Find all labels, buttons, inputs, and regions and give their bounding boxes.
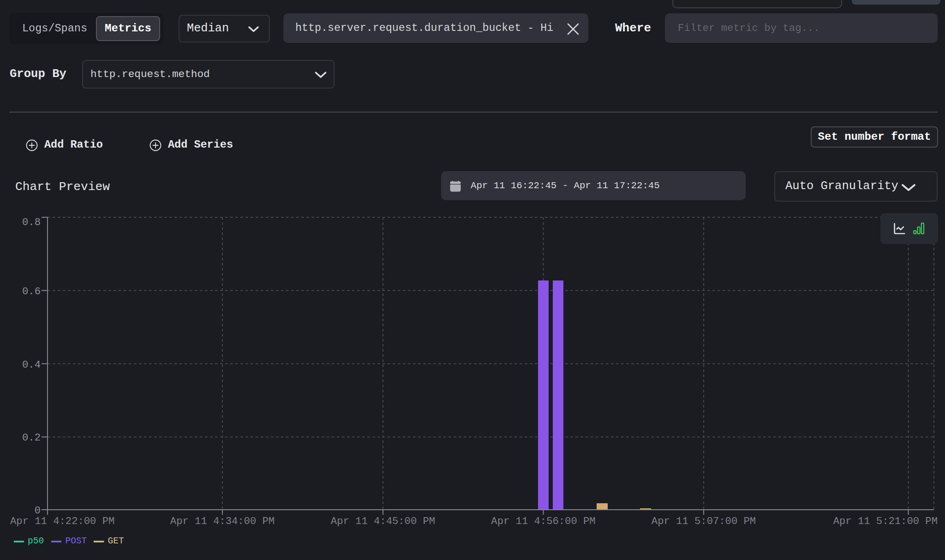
svg-text:POST: POST	[66, 536, 87, 546]
svg-text:GET: GET	[108, 536, 124, 546]
svg-text:Apr 11 4:56:00 PM: Apr 11 4:56:00 PM	[491, 516, 595, 527]
svg-text:0.2: 0.2	[22, 432, 41, 444]
svg-text:Apr 11 4:34:00 PM: Apr 11 4:34:00 PM	[170, 516, 275, 527]
svg-text:0.8: 0.8	[22, 217, 41, 228]
svg-text:p50: p50	[28, 536, 44, 546]
svg-text:Apr 11 4:22:00 PM: Apr 11 4:22:00 PM	[10, 516, 114, 527]
svg-text:0: 0	[35, 505, 41, 517]
svg-text:Apr 11 5:21:00 PM: Apr 11 5:21:00 PM	[833, 516, 938, 527]
svg-text:0.4: 0.4	[22, 359, 41, 371]
svg-text:0.6: 0.6	[22, 286, 41, 298]
svg-text:Apr 11 4:45:00 PM: Apr 11 4:45:00 PM	[331, 516, 435, 527]
svg-text:Apr 11 5:07:00 PM: Apr 11 5:07:00 PM	[652, 516, 756, 527]
